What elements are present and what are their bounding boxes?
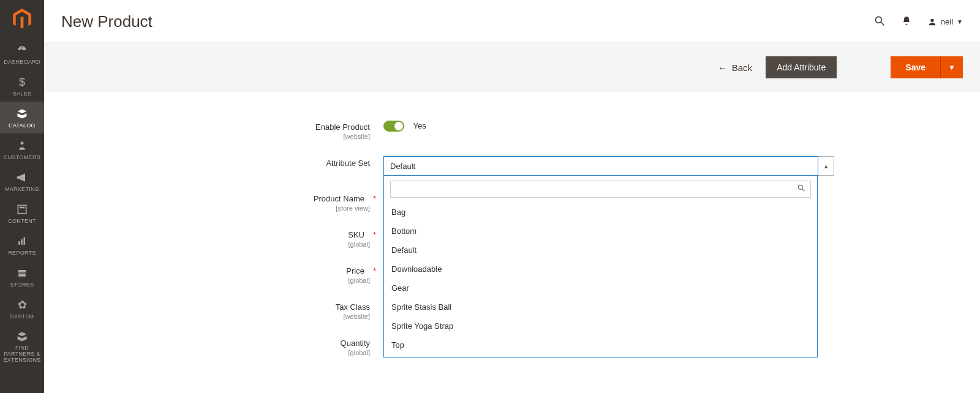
nav-stores[interactable]: STORES [0, 261, 44, 293]
attribute-set-option[interactable]: Sprite Yoga Strap [384, 316, 817, 335]
svg-point-0 [21, 141, 24, 144]
page-header: New Product neil ▼ [44, 0, 980, 42]
search-icon[interactable] [873, 15, 886, 29]
nav-system[interactable]: ✿ SYSTEM [0, 293, 44, 324]
tax-class-scope: [website] [163, 313, 370, 320]
svg-line-7 [881, 22, 884, 25]
attribute-set-option[interactable]: Gear [384, 279, 817, 298]
enable-product-value: Yes [413, 121, 426, 130]
user-icon [927, 17, 937, 27]
attribute-set-option[interactable]: Downloadable [384, 260, 817, 279]
save-button-group: Save ▼ [846, 56, 963, 78]
svg-rect-2 [20, 207, 24, 209]
attribute-set-caret[interactable]: ▴ [818, 156, 834, 176]
search-icon [797, 184, 805, 195]
magento-logo[interactable] [0, 0, 44, 38]
svg-rect-5 [24, 237, 26, 245]
quantity-scope: [global] [163, 349, 370, 356]
arrow-left-icon: ← [718, 62, 727, 73]
save-button[interactable]: Save [891, 56, 940, 78]
attribute-set-option[interactable]: Bag [384, 203, 817, 222]
chevron-down-icon: ▼ [949, 64, 956, 71]
svg-line-10 [802, 189, 805, 192]
svg-point-8 [930, 18, 933, 21]
back-button[interactable]: ← Back [714, 58, 756, 78]
attribute-set-option[interactable]: Bottom [384, 222, 817, 241]
attribute-set-label: Attribute Set [326, 159, 370, 168]
account-menu[interactable]: neil ▼ [927, 17, 963, 27]
attribute-set-search[interactable] [390, 181, 811, 198]
action-bar: ← Back Add Attribute Save ▼ [44, 42, 980, 92]
nav-sales[interactable]: $ SALES [0, 70, 44, 102]
svg-point-6 [875, 17, 881, 23]
attribute-set-option[interactable]: Default [384, 241, 817, 260]
quantity-label: Quantity [341, 339, 370, 348]
notifications-icon[interactable] [902, 16, 911, 28]
price-scope: [global] [163, 277, 370, 284]
svg-rect-3 [18, 241, 20, 245]
account-username: neil [941, 17, 953, 26]
attribute-set-dropdown: Bag Bottom Default Downloadable Gear Spr… [383, 176, 818, 357]
attribute-set-option[interactable]: Top [384, 335, 817, 354]
sku-label: SKU [348, 230, 364, 239]
attribute-set-option[interactable]: Sprite Stasis Ball [384, 298, 817, 316]
nav-content[interactable]: CONTENT [0, 197, 44, 229]
nav-reports[interactable]: REPORTS [0, 229, 44, 261]
attribute-set-value: Default [390, 162, 812, 171]
required-marker: * [373, 266, 376, 275]
svg-point-9 [798, 185, 802, 189]
enable-product-scope: [website] [163, 133, 370, 140]
product-name-label: Product Name [314, 194, 364, 203]
add-attribute-button[interactable]: Add Attribute [766, 56, 837, 78]
svg-rect-4 [21, 239, 23, 245]
chevron-down-icon: ▼ [957, 18, 963, 25]
svg-rect-1 [18, 205, 26, 213]
nav-dashboard[interactable]: DASHBOARD [0, 38, 44, 70]
dollar-icon: $ [16, 76, 28, 88]
admin-sidebar: DASHBOARD $ SALES CATALOG CUSTOMERS MARK… [0, 0, 44, 385]
product-name-scope: [store view] [163, 204, 370, 212]
enable-product-label: Enable Product [315, 122, 370, 132]
required-marker: * [373, 230, 376, 239]
sku-scope: [global] [163, 241, 370, 248]
required-marker: * [373, 194, 376, 203]
product-form: Enable Product [website] Yes Attribute S… [151, 120, 873, 385]
price-label: Price [346, 266, 364, 275]
chevron-up-icon: ▴ [824, 162, 828, 170]
nav-catalog[interactable]: CATALOG [0, 102, 44, 133]
enable-product-toggle[interactable] [383, 121, 404, 132]
page-title: New Product [61, 12, 153, 31]
save-dropdown-toggle[interactable]: ▼ [940, 56, 963, 78]
nav-partners[interactable]: FIND PARTNERS & EXTENSIONS [0, 324, 44, 369]
attribute-set-select[interactable]: Default [383, 156, 818, 176]
gear-icon: ✿ [16, 299, 28, 311]
tax-class-label: Tax Class [336, 302, 370, 312]
nav-marketing[interactable]: MARKETING [0, 165, 44, 197]
attribute-set-search-input[interactable] [396, 185, 797, 194]
nav-customers[interactable]: CUSTOMERS [0, 133, 44, 165]
back-label: Back [732, 62, 752, 73]
